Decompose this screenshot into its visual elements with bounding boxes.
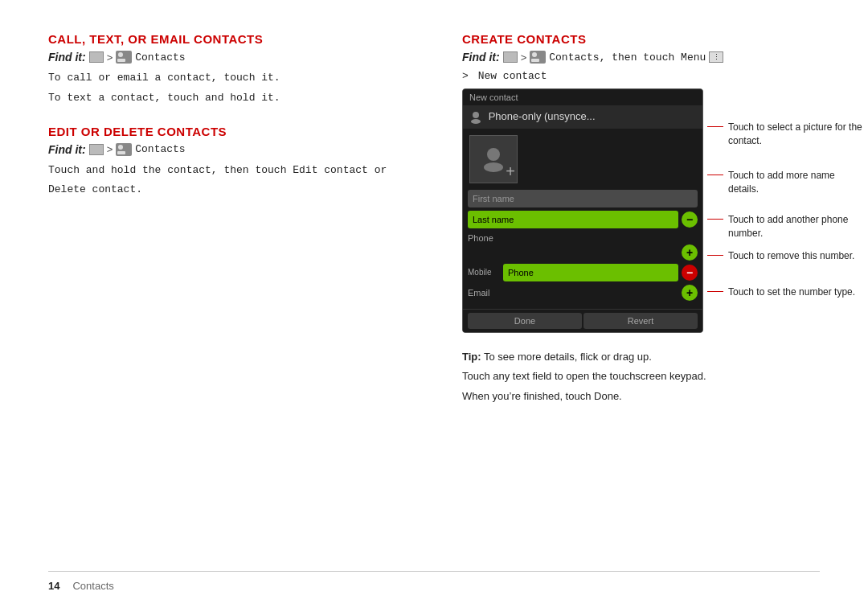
remove-lastname-btn[interactable]: − [682, 211, 698, 228]
photo-placeholder[interactable]: + [469, 135, 518, 183]
last-name-input[interactable]: Last name [468, 211, 678, 228]
phone-header: New contact [463, 89, 702, 105]
callout-line-5 [707, 291, 723, 292]
email-row: Email + [468, 285, 698, 301]
call-findit-label: Find it: [48, 51, 86, 64]
call-line2: To text a contact, touch and hold it. [48, 90, 406, 107]
svg-point-2 [487, 148, 500, 161]
edit-home-icon [89, 144, 104, 155]
tip-line3: When you’re finished, touch Done. [462, 388, 820, 405]
tip-text: To see more details, flick or drag up. [481, 351, 652, 363]
call-find-it-row: Find it: > Contacts [48, 51, 406, 64]
call-contacts-icon [116, 51, 132, 64]
callout-remove-phone: Touch to remove this number. [707, 249, 854, 263]
first-name-input[interactable]: First name [468, 190, 698, 207]
tip-section: Tip: To see more details, flick or drag … [462, 349, 820, 405]
svg-point-3 [484, 162, 503, 172]
revert-button[interactable]: Revert [583, 313, 698, 329]
create-arrow1: > [521, 51, 527, 64]
account-icon [469, 111, 482, 124]
callout-text-3: Touch to add another phone number. [728, 213, 868, 240]
photo-area: + [463, 129, 702, 190]
phone-footer: Done Revert [463, 309, 702, 332]
new-contact-text: New contact [478, 70, 547, 82]
phone-screen: New contact Phone-only (unsynce... [462, 88, 703, 333]
edit-find-it-row: Find it: > Contacts [48, 143, 406, 156]
new-contact-line: > New contact [462, 70, 820, 82]
mobile-type-label: Mobile [468, 268, 500, 277]
edit-arrow1: > [107, 143, 113, 155]
create-arrow2: > [462, 70, 469, 82]
done-button[interactable]: Done [468, 313, 582, 329]
phone-and-callouts: New contact Phone-only (unsynce... [462, 88, 820, 333]
create-home-icon [503, 51, 518, 63]
tip-label: Tip: [462, 351, 481, 363]
call-contacts-label: Contacts [135, 51, 185, 64]
tip-line1: Tip: To see more details, flick or drag … [462, 349, 820, 366]
last-name-row: Last name − [468, 211, 698, 228]
remove-phone-btn[interactable]: − [682, 265, 698, 281]
create-contacts-title: Create Contacts [462, 32, 820, 46]
create-find-it-row: Find it: > Contacts, then touch Menu ⋮ [462, 51, 820, 64]
callout-text-2: Touch to add more name details. [728, 169, 868, 196]
callout-line-2 [707, 175, 723, 175]
edit-delete-title: Edit or Delete Contacts [48, 125, 406, 138]
callout-number-type: Touch to set the number type. [707, 285, 855, 299]
edit-line1: Touch and hold the contact, then touch E… [48, 162, 406, 179]
call-text-email-title: Call, Text, or Email Contacts [48, 32, 406, 46]
main-content: Call, Text, or Email Contacts Find it: >… [48, 32, 820, 563]
edit-contacts-label: Contacts [135, 143, 185, 155]
callout-text-1: Touch to select a picture for the contac… [728, 121, 868, 148]
add-email-btn[interactable]: + [682, 285, 698, 301]
phone-account-bar: Phone-only (unsynce... [463, 105, 702, 129]
left-column: Call, Text, or Email Contacts Find it: >… [48, 32, 422, 563]
page-label: Contacts [72, 580, 113, 592]
callout-picture: Touch to select a picture for the contac… [707, 121, 868, 148]
right-content: Create Contacts Find it: > Contacts, the… [462, 32, 820, 405]
edit-delete-section: Edit or Delete Contacts Find it: > Conta… [48, 125, 406, 199]
callout-text-5: Touch to set the number type. [728, 285, 855, 299]
callout-text-4: Touch to remove this number. [728, 249, 854, 263]
account-label: Phone-only (unsynce... [489, 110, 596, 122]
edit-findit-label: Find it: [48, 143, 86, 156]
add-phone-btn[interactable]: + [682, 244, 698, 261]
tip-line2: Touch any text field to open the touchsc… [462, 368, 820, 385]
create-contacts-text: Contacts, then touch Menu [549, 51, 706, 64]
call-home-icon [89, 51, 104, 63]
first-name-row: First name [468, 190, 698, 207]
person-silhouette [479, 145, 508, 174]
edit-contacts-icon [116, 143, 132, 156]
call-arrow1: > [107, 51, 113, 64]
photo-plus-icon: + [506, 162, 515, 181]
create-contacts-icon [530, 51, 546, 64]
page: Call, Text, or Email Contacts Find it: >… [0, 0, 868, 616]
callout-line-4 [707, 255, 723, 256]
call-text-email-section: Call, Text, or Email Contacts Find it: >… [48, 32, 406, 107]
edit-line2: Delete contact. [48, 182, 406, 199]
callout-line-1 [707, 126, 723, 127]
call-line1: To call or email a contact, touch it. [48, 70, 406, 87]
phone-form: First name Last name − Phone [463, 190, 702, 309]
create-findit-label: Find it: [462, 51, 500, 64]
right-column: Create Contacts Find it: > Contacts, the… [454, 32, 820, 563]
page-number: 14 [48, 580, 59, 592]
phone-section-label: Phone [468, 232, 698, 244]
callout-name-details: Touch to add more name details. [707, 169, 868, 196]
svg-point-0 [473, 112, 479, 118]
email-section-label: Email [468, 286, 490, 299]
svg-point-1 [471, 119, 481, 124]
phone-value-input[interactable]: Phone [503, 264, 678, 281]
page-footer: 14 Contacts [48, 571, 820, 592]
mobile-row: Mobile Phone − [468, 264, 698, 281]
phone-add-row: + [468, 244, 698, 261]
callout-line-3 [707, 219, 723, 220]
menu-icon: ⋮ [709, 51, 723, 63]
callout-add-phone: Touch to add another phone number. [707, 213, 868, 240]
